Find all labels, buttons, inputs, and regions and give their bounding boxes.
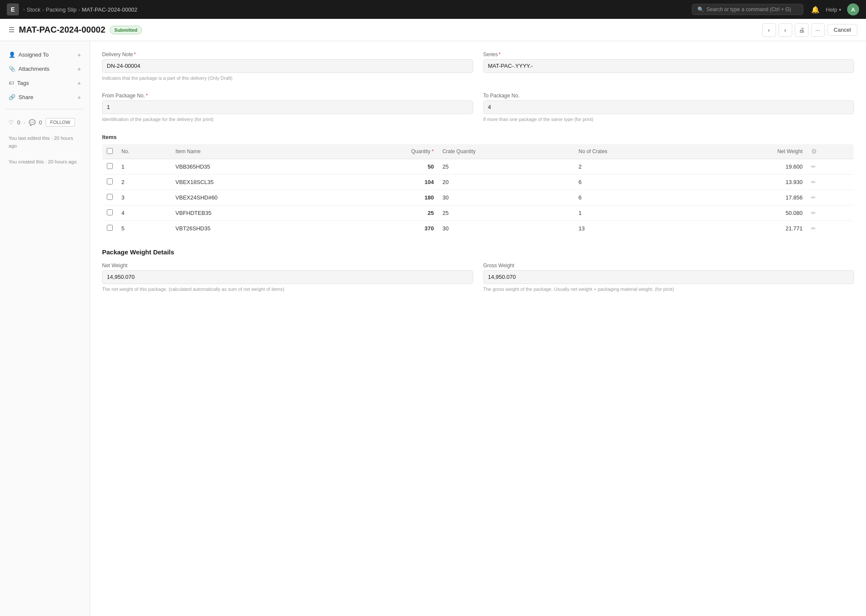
avatar[interactable]: A [847,3,859,15]
row-net-weight-1: 13.930 [696,175,807,190]
row-checkbox-1[interactable] [103,175,118,190]
sidebar-item-attachments-left: 📎 Attachments [9,66,49,72]
hamburger-icon[interactable]: ☰ [9,26,15,34]
sidebar-item-tags[interactable]: 🏷 Tags + [5,76,84,90]
sidebar-item-attachments[interactable]: 📎 Attachments + [5,62,84,75]
gross-weight-value: 14,950.070 [483,270,854,284]
row-edit-0[interactable]: ✏ [807,159,854,175]
sidebar-item-share[interactable]: 🔗 Share + [5,91,84,104]
items-section-label: Items [102,134,854,140]
col-actions: ⚙ [807,144,854,159]
breadcrumb-stock[interactable]: Stock [27,6,41,13]
from-pkg-help: Identification of the package for the de… [102,117,473,122]
attachments-add-icon[interactable]: + [77,65,81,72]
edit-icon-2[interactable]: ✏ [811,194,816,201]
search-placeholder: Search or type a command (Ctrl + G) [706,6,791,12]
row-edit-3[interactable]: ✏ [807,205,854,221]
row-name-0: VBB365HD35 [171,159,336,175]
delivery-note-label: Delivery Note* [102,51,473,57]
sidebar-item-assigned-to-left: 👤 Assigned To [9,51,49,58]
notification-bell-icon[interactable]: 🔔 [811,6,820,14]
print-button[interactable]: 🖨 [795,23,809,37]
breadcrumb-current: MAT-PAC-2024-00002 [82,6,138,13]
row-edit-4[interactable]: ✏ [807,221,854,236]
row-edit-2[interactable]: ✏ [807,190,854,205]
gross-weight-field: Gross Weight 14,950.070 The gross weight… [483,263,854,292]
edit-icon-3[interactable]: ✏ [811,210,816,216]
row-checkbox-3[interactable] [103,205,118,221]
select-all-checkbox[interactable] [107,148,113,154]
tags-add-icon[interactable]: + [77,79,81,87]
chevron-right-icon: › [23,6,25,12]
share-add-icon[interactable]: + [77,94,81,101]
help-label: Help [826,6,837,13]
col-no: No. [117,144,171,159]
sidebar-item-assigned-to[interactable]: 👤 Assigned To + [5,48,84,61]
row-qty-1: 104 [337,175,438,190]
comment-icon[interactable]: 💬 [29,119,36,126]
row-checkbox-0[interactable] [103,159,118,175]
status-badge: Submitted [110,26,142,34]
heart-icon[interactable]: ♡ [9,119,14,126]
to-pkg-value[interactable]: 4 [483,100,854,114]
delivery-section: Delivery Note* DN-24-00004 Indicates tha… [102,51,854,81]
sidebar-stats: ♡ 0 · 💬 0 FOLLOW [5,115,84,130]
doc-header: ☰ MAT-PAC-2024-00002 Submitted ‹ › 🖨 ···… [0,19,866,41]
row-select-4[interactable] [107,225,113,231]
assigned-to-add-icon[interactable]: + [77,51,81,58]
sep1: › [42,6,44,13]
table-row: 1 VBB365HD35 50 25 2 19.600 ✏ [103,159,854,175]
sidebar-label-attachments: Attachments [18,66,49,72]
global-search[interactable]: 🔍 Search or type a command (Ctrl + G) [692,4,803,15]
next-button[interactable]: › [778,23,792,37]
row-select-0[interactable] [107,163,113,169]
more-options-button[interactable]: ··· [811,23,825,37]
package-weight-title: Package Weight Details [102,248,854,256]
sidebar: 👤 Assigned To + 📎 Attachments + 🏷 Tags + [0,41,90,616]
to-pkg-label: To Package No. [483,93,854,99]
from-pkg-value[interactable]: 1 [102,100,473,114]
delivery-note-field: Delivery Note* DN-24-00004 Indicates tha… [102,51,473,81]
row-edit-1[interactable]: ✏ [807,175,854,190]
prev-button[interactable]: ‹ [762,23,776,37]
gross-weight-label: Gross Weight [483,263,854,269]
row-select-3[interactable] [107,209,113,215]
row-qty-3: 25 [337,205,438,221]
help-menu[interactable]: Help ▾ [826,6,841,13]
row-name-4: VBT26SHD35 [171,221,336,236]
delivery-note-required: * [134,51,136,57]
select-all-header[interactable] [103,144,118,159]
row-no-crates-4: 13 [574,221,697,236]
row-qty-4: 370 [337,221,438,236]
edit-icon-4[interactable]: ✏ [811,225,816,232]
series-value[interactable]: MAT-PAC-.YYYY.- [483,59,854,73]
row-select-1[interactable] [107,178,113,184]
doc-title: MAT-PAC-2024-00002 [19,25,106,35]
assigned-to-icon: 👤 [9,51,15,58]
row-no-3: 4 [117,205,171,221]
row-no-crates-3: 1 [574,205,697,221]
col-no-crates: No of Crates [574,144,697,159]
row-no-crates-0: 2 [574,159,697,175]
follow-button[interactable]: FOLLOW [45,118,75,127]
table-row: 4 VBFHDTEB35 25 25 1 50.080 ✏ [103,205,854,221]
edit-icon-0[interactable]: ✏ [811,163,816,170]
breadcrumb-packing-slip[interactable]: Packing Slip [46,6,77,13]
row-no-crates-2: 6 [574,190,697,205]
series-label: Series* [483,51,854,57]
table-settings-icon[interactable]: ⚙ [811,148,817,155]
row-checkbox-2[interactable] [103,190,118,205]
row-crate-qty-2: 30 [438,190,574,205]
delivery-note-value[interactable]: DN-24-00004 [102,59,473,73]
sidebar-meta-edited: You last edited this · 20 hours ago [5,131,84,154]
cancel-button[interactable]: Cancel [827,24,857,36]
delivery-series-row: Delivery Note* DN-24-00004 Indicates tha… [102,51,854,81]
row-select-2[interactable] [107,194,113,200]
row-name-1: VBEX18SCL35 [171,175,336,190]
sidebar-item-tags-left: 🏷 Tags [9,80,29,86]
row-crate-qty-3: 25 [438,205,574,221]
app-logo[interactable]: E [7,3,19,15]
row-checkbox-4[interactable] [103,221,118,236]
edit-icon-1[interactable]: ✏ [811,179,816,185]
package-no-section: From Package No.* 1 Identification of th… [102,93,854,122]
